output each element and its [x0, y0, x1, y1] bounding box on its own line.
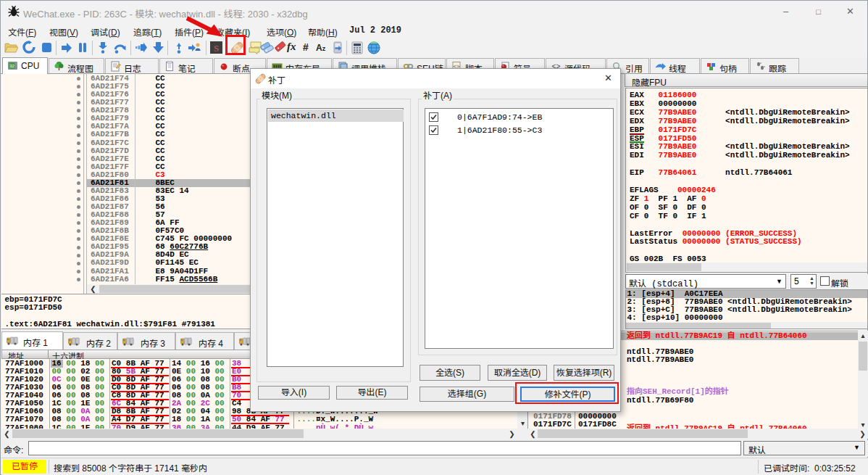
svg-text:S: S: [214, 43, 219, 54]
svg-text:32: 32: [9, 64, 14, 68]
